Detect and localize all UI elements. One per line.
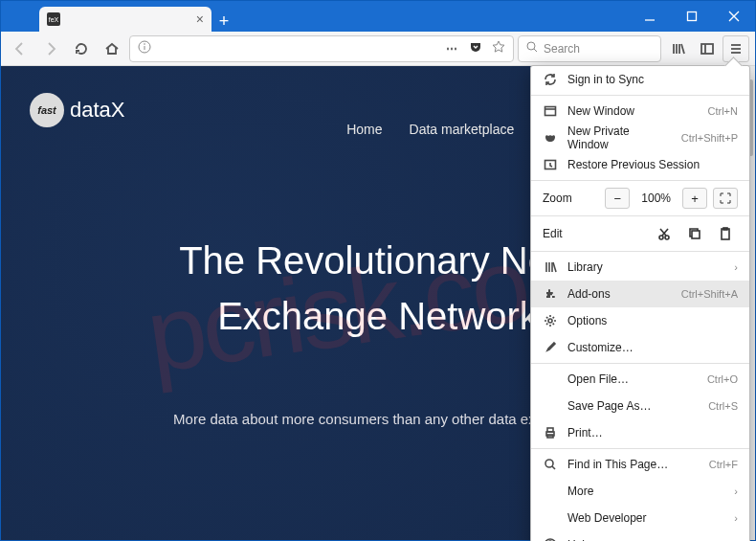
- pocket-icon[interactable]: [469, 40, 482, 56]
- svg-rect-25: [692, 231, 700, 238]
- paint-icon: [543, 340, 558, 355]
- toolbar: ⋯ Search: [1, 32, 755, 66]
- menu-accel: Ctrl+F: [709, 459, 738, 470]
- tab-active[interactable]: feX ×: [39, 7, 211, 32]
- menu-accel: Ctrl+S: [708, 400, 738, 412]
- menu-sign-in-sync[interactable]: Sign in to Sync: [531, 66, 749, 93]
- menu-web-developer[interactable]: Web Developer ›: [531, 505, 749, 531]
- svg-rect-34: [547, 428, 553, 432]
- library-icon: [543, 259, 558, 275]
- menu-save-page[interactable]: Save Page As… Ctrl+S: [531, 393, 749, 419]
- chevron-right-icon: ›: [734, 512, 738, 524]
- hero-line2: Exchange Network: [217, 295, 539, 337]
- menu-accel: Ctrl+N: [708, 105, 738, 117]
- menu-zoom-row: Zoom − 100% +: [531, 183, 749, 214]
- search-bar[interactable]: Search: [518, 35, 661, 62]
- mask-icon: [543, 130, 558, 146]
- menu-label: Print…: [567, 426, 738, 440]
- new-tab-button[interactable]: +: [211, 11, 236, 32]
- nav-home[interactable]: Home: [346, 122, 382, 137]
- favicon-icon: feX: [47, 12, 60, 26]
- library-button[interactable]: [665, 35, 692, 62]
- nav-marketplace[interactable]: Data marketplace: [410, 122, 515, 137]
- menu-open-file[interactable]: Open File… Ctrl+O: [531, 366, 749, 393]
- svg-rect-1: [688, 12, 697, 21]
- minimize-button[interactable]: [629, 1, 671, 32]
- menu-label: Web Developer: [567, 511, 724, 525]
- menu-accel: Ctrl+Shift+P: [681, 132, 738, 144]
- tab-strip: feX × +: [1, 1, 629, 32]
- zoom-in-button[interactable]: +: [682, 188, 707, 209]
- menu-print[interactable]: Print…: [531, 419, 749, 446]
- svg-line-12: [681, 44, 684, 54]
- app-menu-button[interactable]: [723, 35, 749, 62]
- menu-label: New Window: [567, 104, 699, 118]
- window-controls: [629, 1, 755, 32]
- menu-edit-row: Edit: [531, 218, 749, 249]
- menu-label: Library: [567, 260, 724, 274]
- svg-line-37: [552, 466, 555, 469]
- zoom-out-button[interactable]: −: [605, 188, 630, 209]
- logo-badge: fast: [30, 93, 64, 127]
- svg-point-7: [527, 42, 535, 50]
- app-menu-panel: Sign in to Sync New Window Ctrl+N New Pr…: [530, 65, 750, 541]
- menu-new-window[interactable]: New Window Ctrl+N: [531, 98, 749, 124]
- print-icon: [543, 425, 558, 440]
- menu-label: Open File…: [567, 372, 698, 386]
- tab-close-icon[interactable]: ×: [196, 11, 204, 27]
- menu-label: Save Page As…: [567, 399, 699, 413]
- titlebar: feX × +: [1, 1, 755, 32]
- menu-label: Add-ons: [567, 287, 672, 301]
- fullscreen-button[interactable]: [713, 188, 738, 209]
- back-button[interactable]: [7, 35, 33, 62]
- svg-line-8: [534, 49, 537, 52]
- page-actions-icon[interactable]: ⋯: [446, 42, 459, 56]
- menu-new-private-window[interactable]: New Private Window Ctrl+Shift+P: [531, 124, 749, 151]
- menu-more[interactable]: More ›: [531, 478, 749, 505]
- maximize-button[interactable]: [671, 1, 713, 32]
- menu-options[interactable]: Options: [531, 307, 749, 334]
- search-placeholder: Search: [544, 42, 580, 56]
- menu-separator: [531, 251, 749, 252]
- zoom-value: 100%: [635, 192, 677, 205]
- menu-separator: [531, 363, 749, 364]
- logo-text: dataX: [70, 98, 125, 123]
- menu-label: Restore Previous Session: [567, 158, 738, 171]
- home-button[interactable]: [99, 35, 125, 62]
- menu-separator: [531, 215, 749, 216]
- reload-button[interactable]: [68, 35, 95, 62]
- svg-point-32: [548, 319, 552, 323]
- menu-help[interactable]: Help ›: [531, 531, 749, 541]
- search-icon: [526, 41, 538, 56]
- svg-point-22: [665, 236, 669, 239]
- menu-find[interactable]: Find in This Page… Ctrl+F: [531, 451, 749, 478]
- restore-icon: [543, 157, 558, 172]
- help-icon: [543, 537, 558, 541]
- menu-separator: [531, 180, 749, 181]
- window-icon: [543, 103, 558, 119]
- svg-point-36: [545, 460, 553, 467]
- forward-button[interactable]: [37, 35, 64, 62]
- gear-icon: [543, 313, 558, 328]
- info-icon[interactable]: [138, 40, 151, 56]
- cut-button[interactable]: [652, 223, 677, 244]
- sync-icon: [543, 72, 558, 87]
- close-button[interactable]: [713, 1, 755, 32]
- svg-line-31: [553, 262, 556, 272]
- svg-point-21: [659, 236, 663, 239]
- menu-customize[interactable]: Customize…: [531, 334, 749, 361]
- url-bar[interactable]: ⋯: [129, 35, 514, 62]
- menu-separator: [531, 95, 749, 96]
- menu-addons[interactable]: Add-ons Ctrl+Shift+A: [531, 281, 749, 307]
- copy-button[interactable]: [682, 223, 707, 244]
- site-logo[interactable]: fast dataX: [30, 93, 125, 127]
- menu-restore-session[interactable]: Restore Previous Session: [531, 151, 749, 178]
- hero-line1: The Revolutionary New: [179, 239, 577, 282]
- puzzle-icon: [543, 286, 558, 302]
- menu-library[interactable]: Library ›: [531, 254, 749, 281]
- svg-rect-18: [545, 107, 556, 116]
- chevron-right-icon: ›: [734, 261, 738, 273]
- bookmark-star-icon[interactable]: [492, 40, 505, 56]
- paste-button[interactable]: [713, 223, 738, 244]
- sidebar-button[interactable]: [694, 35, 721, 62]
